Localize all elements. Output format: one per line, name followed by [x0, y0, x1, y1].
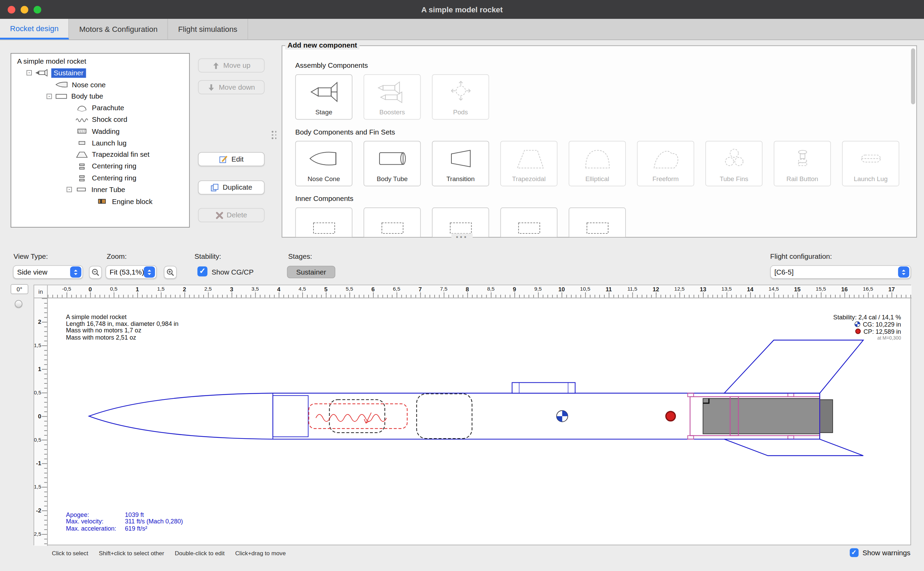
cp-legend-icon	[855, 328, 861, 334]
tree-expander-icon[interactable]: -	[26, 71, 31, 76]
edit-button[interactable]: Edit	[198, 152, 265, 166]
tree-expander-icon[interactable]: -	[67, 187, 72, 192]
motor-casing[interactable]	[703, 398, 819, 434]
tree-expander-icon[interactable]: -	[46, 94, 52, 99]
move-up-button[interactable]: Move up	[198, 58, 265, 72]
tree-item-parachute[interactable]: Parachute	[11, 102, 189, 114]
tab-motors-configuration[interactable]: Motors & Configuration	[69, 19, 168, 39]
tree-item-inner-tube[interactable]: -Inner Tube	[11, 184, 189, 196]
tree-item-nose-cone[interactable]: Nose cone	[11, 79, 189, 90]
cp-text: CP: 12,589 in	[864, 327, 901, 335]
tree-item-launch-lug[interactable]: Launch lug	[11, 137, 189, 149]
component-card-inner-component[interactable]	[363, 207, 420, 238]
splitter-grip[interactable]	[272, 131, 277, 139]
rocket-info-line: A simple model rocket	[66, 313, 179, 320]
tab-rocket-design[interactable]: Rocket design	[0, 19, 69, 39]
component-card-label: Nose Cone	[308, 175, 340, 182]
rocket-view-canvas[interactable]: in -0,500,511,522,533,544,555,566,577,58…	[34, 285, 911, 545]
centering-ring-icon	[75, 163, 89, 170]
rocket-info-line: Mass with motors 2,51 oz	[66, 334, 179, 341]
tree-item-wadding[interactable]: Wadding	[11, 126, 189, 137]
hint-text: Shift+click to select other	[99, 550, 164, 557]
component-card-inner-component[interactable]	[569, 207, 626, 238]
ruler-top-label: 2,5	[204, 286, 212, 292]
show-warnings-checkbox[interactable]: ✓	[849, 548, 858, 557]
inner-card-icon	[580, 208, 615, 238]
hint-text: Click+drag to move	[235, 550, 286, 557]
wadding-icon	[75, 128, 89, 135]
inner-tube-icon	[74, 186, 88, 193]
flight-configuration-select[interactable]: [C6-5]	[770, 265, 911, 279]
stability-text: Stability: 2,4 cal / 14,1 %	[833, 313, 901, 321]
section-title-inner-components: Inner Components	[295, 194, 916, 203]
launch-lug-shape[interactable]	[512, 383, 575, 394]
component-card-inner-component[interactable]	[500, 207, 557, 238]
cp-marker	[666, 412, 676, 421]
component-card-inner-component[interactable]	[295, 207, 353, 238]
rotation-slider-knob[interactable]	[15, 300, 22, 307]
zoom-label: Zoom:	[107, 252, 127, 261]
tube-fins-card-icon	[716, 141, 752, 175]
duplicate-button[interactable]: Duplicate	[198, 181, 265, 194]
tree-item-sustainer[interactable]: -Sustainer	[11, 67, 189, 79]
component-card-label: Freeform	[653, 175, 679, 182]
ruler-top-label: 15,5	[816, 286, 826, 292]
ruler-top-label: 15	[794, 286, 801, 292]
component-card-body-tube[interactable]: Body Tube	[363, 141, 420, 187]
tree-item-label: Parachute	[92, 104, 124, 112]
ruler-top-label: 0	[89, 286, 92, 292]
elliptical-card-icon	[580, 141, 615, 175]
duplicate-icon	[211, 183, 219, 192]
zoom-select[interactable]: Fit (53,1%)	[105, 265, 157, 279]
panel-resize-handle[interactable]: •••	[451, 233, 473, 241]
show-cgcp-checkbox[interactable]: ✓	[197, 266, 207, 276]
tab-flight-simulations[interactable]: Flight simulations	[168, 19, 248, 39]
flight-stat-row: Apogee:1039 ft	[66, 511, 183, 518]
move-down-label: Move down	[219, 83, 255, 91]
ruler-top-label: 14,5	[768, 286, 779, 292]
move-down-button[interactable]: Move down	[198, 80, 265, 94]
component-card-freeform: Freeform	[637, 141, 694, 187]
tree-item-centering-ring[interactable]: Centering ring	[11, 160, 189, 172]
zoom-in-button[interactable]	[164, 266, 177, 279]
pencil-icon	[219, 155, 228, 164]
ruler-left-label: -2,5	[34, 531, 42, 537]
tree-item-label: Launch lug	[92, 139, 126, 147]
component-card-transition[interactable]: Transition	[432, 141, 489, 187]
flight-stat-row: Max. velocity:311 ft/s (Mach 0,280)	[66, 518, 183, 525]
tree-root-item[interactable]: A simple model rocket	[11, 56, 189, 68]
fin-bottom-shape[interactable]	[724, 439, 863, 456]
component-card-label: Boosters	[379, 108, 405, 116]
show-cgcp-label: Show CG/CP	[211, 268, 254, 276]
fin-top-shape[interactable]	[724, 340, 863, 394]
arrow-down-icon	[208, 83, 215, 91]
zoom-out-button[interactable]	[89, 266, 102, 279]
scrollbar-thumb[interactable]	[911, 48, 915, 104]
ruler-left-label: 1	[38, 366, 42, 372]
scrollbar[interactable]	[911, 47, 915, 236]
ruler-top-label: 16,5	[863, 286, 873, 292]
component-card-inner-component[interactable]	[432, 207, 489, 238]
ruler-top-label: 5	[324, 286, 328, 292]
tree-item-body-tube[interactable]: -Body tube	[11, 90, 189, 102]
component-card-nose-cone[interactable]: Nose Cone	[295, 141, 353, 187]
ruler-left-label: 2	[38, 319, 42, 325]
component-card-tube-fins: Tube Fins	[705, 141, 762, 187]
view-type-select[interactable]: Side view	[13, 265, 83, 279]
tree-item-trapezoidal-fin-set[interactable]: Trapezoidal fin set	[11, 149, 189, 160]
tree-item-engine-block[interactable]: Engine block	[11, 196, 189, 207]
stage-toggle-sustainer[interactable]: Sustainer	[287, 266, 336, 278]
rocket-info-block: A simple model rocketLength 16,748 in, m…	[66, 313, 179, 341]
main-tabbar: Rocket designMotors & ConfigurationFligh…	[0, 19, 924, 40]
component-card-stage[interactable]: Stage	[295, 74, 353, 120]
rocket-drawing-area[interactable]: A simple model rocketLength 16,748 in, m…	[48, 298, 911, 546]
delete-button[interactable]: Delete	[198, 208, 265, 222]
tree-item-shock-cord[interactable]: Shock cord	[11, 114, 189, 126]
motor-nozzle	[819, 400, 833, 432]
ruler-top-label: 13,5	[721, 286, 732, 292]
arrow-up-icon	[212, 62, 220, 69]
tree-item-centering-ring[interactable]: Centering ring	[11, 172, 189, 184]
flight-stat-row: Max. acceleration:619 ft/s²	[66, 525, 183, 532]
stages-label: Stages:	[288, 252, 312, 261]
stage-card-icon	[306, 75, 342, 108]
